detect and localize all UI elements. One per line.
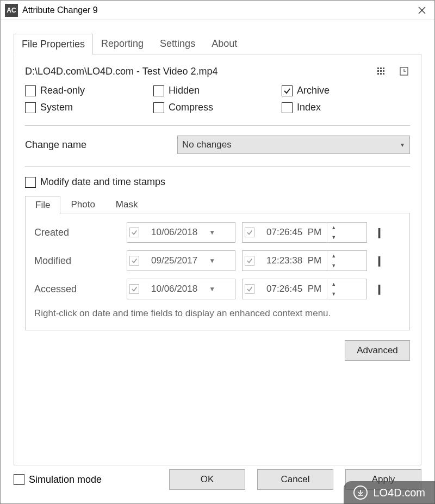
- checkbox-label: Simulation mode: [29, 474, 102, 485]
- app-icon: AC: [5, 4, 18, 17]
- row-menu-icon[interactable]: ❙: [374, 226, 384, 238]
- chevron-down-icon: ▾: [401, 141, 404, 149]
- svg-rect-6: [377, 73, 379, 75]
- time-value: 07:26:45 PM: [261, 227, 327, 238]
- subtab-file[interactable]: File: [25, 196, 60, 214]
- subtab-mask[interactable]: Mask: [105, 195, 148, 213]
- checkbox-label: Index: [297, 102, 321, 113]
- checkbox-system[interactable]: System: [25, 102, 153, 113]
- tab-file-properties[interactable]: File Properties: [14, 34, 93, 55]
- checkbox-modify-stamps[interactable]: Modify date and time stamps: [25, 176, 165, 188]
- checkbox-hidden[interactable]: Hidden: [153, 85, 282, 96]
- accessed-date-field[interactable]: 10/06/2018 ▼: [127, 279, 235, 299]
- grid-icon[interactable]: [375, 65, 387, 77]
- modified-time-field[interactable]: 12:23:38 PM ▲▼: [242, 250, 367, 271]
- time-spinner[interactable]: ▲▼: [327, 223, 340, 242]
- select-value: No changes: [182, 139, 232, 150]
- spin-up-icon[interactable]: ▲: [327, 223, 340, 232]
- time-spinner[interactable]: ▲▼: [327, 251, 340, 271]
- created-row: Created 10/06/2018 ▼ 07:26:45 PM ▲▼ ❙: [34, 222, 401, 243]
- accessed-row: Accessed 10/06/2018 ▼ 07:26:45 PM ▲▼ ❙: [34, 279, 401, 299]
- file-path-row: D:\LO4D.com\LO4D.com - Test Video 2.mp4: [25, 65, 410, 77]
- change-name-select[interactable]: No changes ▾: [177, 136, 410, 154]
- date-value: 09/25/2017: [146, 255, 203, 266]
- checkbox-label: Read-only: [40, 85, 85, 96]
- date-value: 10/06/2018: [146, 284, 203, 294]
- advanced-row: Advanced: [25, 340, 410, 361]
- tab-about[interactable]: About: [203, 33, 245, 54]
- tab-reporting[interactable]: Reporting: [93, 33, 152, 54]
- subtab-page: Created 10/06/2018 ▼ 07:26:45 PM ▲▼ ❙ Mo…: [25, 213, 410, 330]
- chevron-down-icon[interactable]: ▼: [203, 229, 221, 236]
- field-check[interactable]: [127, 284, 146, 294]
- change-name-label: Change name: [25, 139, 177, 151]
- cancel-button[interactable]: Cancel: [257, 469, 333, 490]
- window: AC Attribute Changer 9 File Properties R…: [0, 0, 435, 504]
- attributes-grid: Read-only Hidden Archive System Compress…: [25, 85, 410, 113]
- tab-page: D:\LO4D.com\LO4D.com - Test Video 2.mp4 …: [14, 54, 421, 465]
- modify-stamps-row: Modify date and time stamps: [25, 176, 410, 188]
- svg-rect-3: [377, 70, 379, 72]
- spin-down-icon[interactable]: ▼: [327, 289, 340, 299]
- svg-rect-1: [380, 67, 382, 69]
- spin-down-icon[interactable]: ▼: [327, 261, 340, 271]
- checkbox-label: System: [40, 102, 73, 113]
- close-button[interactable]: [409, 1, 434, 20]
- chevron-down-icon[interactable]: ▼: [203, 285, 221, 293]
- checkbox-label: Archive: [297, 85, 330, 96]
- accessed-time-field[interactable]: 07:26:45 PM ▲▼: [242, 279, 367, 299]
- checkbox-label: Hidden: [169, 85, 200, 96]
- field-check[interactable]: [127, 228, 146, 237]
- checkbox-label: Modify date and time stamps: [40, 176, 165, 188]
- window-title: Attribute Changer 9: [22, 5, 409, 15]
- accessed-label: Accessed: [34, 284, 127, 295]
- watermark: LO4D.com: [344, 481, 435, 504]
- watermark-icon: [353, 485, 368, 500]
- time-value: 07:26:45 PM: [261, 284, 327, 294]
- hint-text: Right-click on date and time fields to d…: [34, 307, 401, 320]
- ok-button[interactable]: OK: [169, 469, 245, 490]
- separator: [25, 166, 410, 167]
- tab-settings[interactable]: Settings: [152, 33, 203, 54]
- row-menu-icon[interactable]: ❙: [374, 283, 384, 295]
- change-name-row: Change name No changes ▾: [25, 136, 410, 154]
- close-icon: [418, 7, 426, 14]
- modified-date-field[interactable]: 09/25/2017 ▼: [127, 250, 235, 271]
- spin-down-icon[interactable]: ▼: [327, 232, 340, 242]
- time-value: 12:23:38 PM: [261, 255, 327, 266]
- svg-rect-0: [377, 67, 379, 69]
- separator: [25, 125, 410, 126]
- svg-rect-2: [383, 67, 384, 69]
- checkbox-readonly[interactable]: Read-only: [25, 85, 153, 96]
- field-check[interactable]: [243, 256, 261, 266]
- svg-rect-8: [383, 73, 384, 75]
- content-area: File Properties Reporting Settings About…: [1, 20, 434, 465]
- svg-rect-4: [380, 70, 382, 72]
- checkbox-label: Compress: [169, 102, 213, 113]
- time-spinner[interactable]: ▲▼: [327, 279, 340, 299]
- titlebar: AC Attribute Changer 9: [1, 1, 434, 20]
- advanced-button[interactable]: Advanced: [345, 340, 410, 361]
- checkbox-index[interactable]: Index: [282, 102, 410, 113]
- field-check[interactable]: [243, 284, 261, 294]
- date-value: 10/06/2018: [146, 227, 203, 238]
- checkbox-archive[interactable]: Archive: [282, 85, 410, 96]
- field-check[interactable]: [243, 228, 261, 237]
- row-menu-icon[interactable]: ❙: [374, 255, 384, 267]
- created-time-field[interactable]: 07:26:45 PM ▲▼: [242, 222, 367, 243]
- spin-up-icon[interactable]: ▲: [327, 251, 340, 261]
- chevron-down-icon[interactable]: ▼: [203, 257, 221, 265]
- clock-icon[interactable]: [398, 65, 410, 77]
- created-date-field[interactable]: 10/06/2018 ▼: [127, 222, 235, 243]
- checkbox-simulation-mode[interactable]: Simulation mode: [14, 474, 157, 485]
- subtab-photo[interactable]: Photo: [60, 195, 105, 213]
- spin-up-icon[interactable]: ▲: [327, 279, 340, 289]
- modified-label: Modified: [34, 255, 127, 267]
- file-path: D:\LO4D.com\LO4D.com - Test Video 2.mp4: [25, 66, 364, 77]
- watermark-text: LO4D.com: [373, 487, 425, 499]
- sub-tabs: File Photo Mask: [25, 195, 410, 213]
- field-check[interactable]: [127, 256, 146, 266]
- svg-rect-7: [380, 73, 382, 75]
- checkbox-compress[interactable]: Compress: [153, 102, 282, 113]
- main-tabs: File Properties Reporting Settings About: [14, 33, 421, 54]
